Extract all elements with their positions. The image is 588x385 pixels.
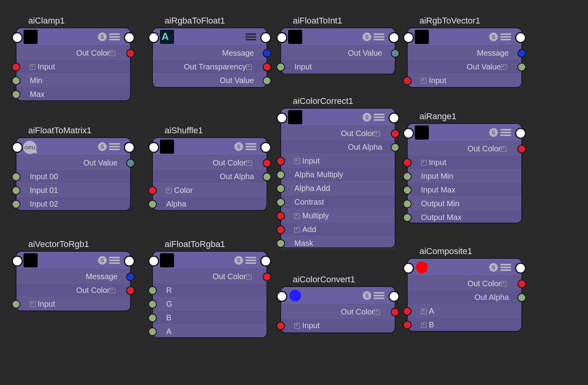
node-anchor-out[interactable] <box>124 256 135 267</box>
input-port[interactable] <box>403 158 412 167</box>
solo-badge-icon[interactable]: S <box>234 256 243 265</box>
solo-badge-icon[interactable]: S <box>363 113 371 122</box>
expand-icon[interactable] <box>294 158 300 164</box>
node-header[interactable]: S <box>153 252 267 269</box>
output-port[interactable] <box>126 49 135 58</box>
input-port[interactable] <box>148 300 157 309</box>
node-header[interactable]: A <box>153 28 267 46</box>
output-port[interactable] <box>391 129 399 138</box>
expand-icon[interactable] <box>421 322 426 328</box>
expand-icon[interactable] <box>166 188 172 193</box>
node-anchor-out[interactable] <box>388 32 399 43</box>
expand-icon[interactable] <box>374 309 380 315</box>
output-port[interactable] <box>263 159 271 167</box>
expand-icon[interactable] <box>421 309 426 314</box>
node-aiColorConvert1[interactable]: aiColorConvert1SOut ColorInput <box>280 286 396 333</box>
node-anchor-in[interactable] <box>403 128 414 139</box>
node-anchor-out[interactable] <box>260 142 271 153</box>
input-port[interactable] <box>12 63 20 71</box>
input-port[interactable] <box>276 171 285 179</box>
solo-badge-icon[interactable]: S <box>98 142 107 151</box>
output-port[interactable] <box>263 76 271 85</box>
menu-bars-icon[interactable] <box>245 255 256 266</box>
solo-badge-icon[interactable]: S <box>98 256 107 265</box>
input-port[interactable] <box>403 76 412 85</box>
expand-icon[interactable] <box>294 323 300 329</box>
node-aiFloatToRgba1[interactable]: aiFloatToRgba1SOut ColorRGBA <box>152 251 267 338</box>
expand-icon[interactable] <box>421 78 426 84</box>
menu-bars-icon[interactable] <box>245 141 256 152</box>
node-header[interactable]: GPUS <box>16 138 130 156</box>
input-port[interactable] <box>403 172 412 181</box>
input-port[interactable] <box>276 321 285 330</box>
node-anchor-in[interactable] <box>12 142 23 153</box>
input-port[interactable] <box>148 314 157 322</box>
output-port[interactable] <box>517 63 526 71</box>
input-port[interactable] <box>12 90 20 99</box>
input-port[interactable] <box>12 186 20 195</box>
input-port[interactable] <box>12 173 20 181</box>
expand-icon[interactable] <box>294 213 300 219</box>
expand-icon[interactable] <box>501 146 506 152</box>
node-anchor-in[interactable] <box>12 32 23 43</box>
node-header[interactable]: S <box>281 109 395 126</box>
solo-badge-icon[interactable]: S <box>363 33 371 41</box>
input-port[interactable] <box>403 200 412 208</box>
output-port[interactable] <box>263 272 271 281</box>
node-anchor-out[interactable] <box>515 128 526 139</box>
output-port[interactable] <box>391 308 399 316</box>
solo-badge-icon[interactable]: S <box>489 33 498 41</box>
node-anchor-in[interactable] <box>276 32 287 43</box>
node-anchor-out[interactable] <box>260 32 271 43</box>
expand-icon[interactable] <box>30 64 35 70</box>
output-port[interactable] <box>126 272 135 281</box>
output-port[interactable] <box>517 145 526 153</box>
expand-icon[interactable] <box>246 274 252 280</box>
node-aiComposite1[interactable]: aiComposite1SOut ColorOut AlphaAB <box>407 258 522 332</box>
output-port[interactable] <box>391 49 399 58</box>
input-port[interactable] <box>276 225 285 234</box>
node-anchor-out[interactable] <box>260 256 271 267</box>
node-aiRange1[interactable]: aiRange1SOut ColorInputInput MinInput Ma… <box>407 123 522 223</box>
input-port[interactable] <box>403 321 412 329</box>
expand-icon[interactable] <box>374 131 380 136</box>
output-port[interactable] <box>517 280 526 288</box>
output-port[interactable] <box>263 49 271 58</box>
menu-bars-icon[interactable] <box>374 112 385 123</box>
node-aiRgbToVector1[interactable]: aiRgbToVector1SMessageOut ValueInput <box>407 27 522 88</box>
expand-icon[interactable] <box>501 281 506 287</box>
expand-icon[interactable] <box>110 288 115 293</box>
node-aiRgbaToFloat1[interactable]: aiRgbaToFloat1AMessageOut TransparencyOu… <box>152 27 267 88</box>
input-port[interactable] <box>276 157 285 165</box>
menu-bars-icon[interactable] <box>500 262 511 273</box>
node-header[interactable]: S <box>16 252 130 269</box>
expand-icon[interactable] <box>501 64 506 70</box>
input-port[interactable] <box>12 200 20 209</box>
expand-icon[interactable] <box>246 64 252 70</box>
input-port[interactable] <box>148 286 157 295</box>
output-port[interactable] <box>263 63 271 71</box>
input-port[interactable] <box>148 327 157 336</box>
node-anchor-out[interactable] <box>515 263 526 274</box>
solo-badge-icon[interactable]: S <box>234 142 243 151</box>
node-header[interactable]: S <box>153 138 267 156</box>
menu-bars-icon[interactable] <box>500 31 511 42</box>
menu-bars-icon[interactable] <box>500 127 511 138</box>
node-aiShuffle1[interactable]: aiShuffle1SOut ColorOut AlphaColorAlpha <box>152 137 267 211</box>
solo-badge-icon[interactable]: S <box>98 33 107 41</box>
node-graph-canvas[interactable]: aiClamp1SOut ColorInputMinMaxaiRgbaToFlo… <box>0 0 588 385</box>
node-anchor-out[interactable] <box>388 113 399 123</box>
node-header[interactable]: S <box>281 28 395 46</box>
menu-bars-icon[interactable] <box>109 255 120 266</box>
solo-badge-icon[interactable]: S <box>489 128 498 137</box>
node-anchor-in[interactable] <box>276 113 287 123</box>
input-port[interactable] <box>276 184 285 193</box>
node-header[interactable]: S <box>408 28 521 46</box>
node-header[interactable]: S <box>408 124 521 142</box>
input-port[interactable] <box>403 186 412 194</box>
node-anchor-in[interactable] <box>403 263 414 274</box>
solo-badge-icon[interactable]: S <box>363 291 371 300</box>
input-port[interactable] <box>276 212 285 220</box>
output-port[interactable] <box>517 49 526 58</box>
node-anchor-in[interactable] <box>148 142 159 153</box>
